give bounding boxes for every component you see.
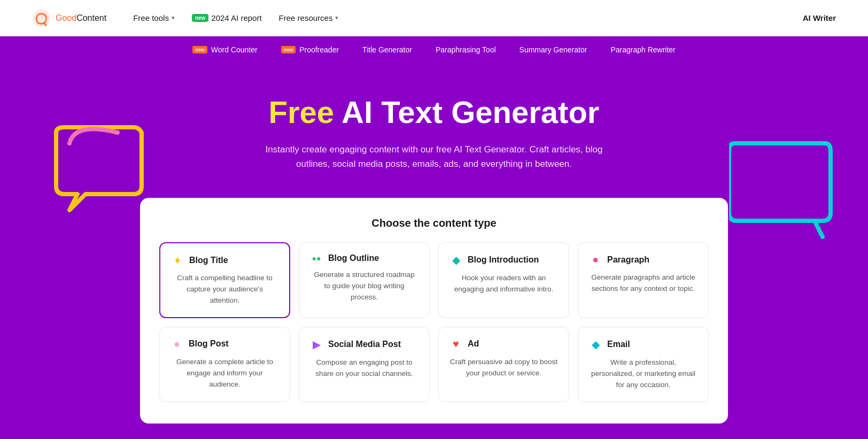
hero-subtitle: Instantly create engaging content with o… <box>252 142 616 171</box>
blog-title-icon: ♦ <box>171 254 184 266</box>
nav-free-tools[interactable]: Free tools ▾ <box>133 13 175 22</box>
sub-nav-title-generator[interactable]: Title Generator <box>351 45 424 54</box>
card-header: ● Blog Post <box>170 338 279 350</box>
sub-nav-paragraph-rewriter[interactable]: Paragraph Rewriter <box>599 45 687 54</box>
new-badge: new <box>281 46 296 53</box>
card-blog-post[interactable]: ● Blog Post Generate a complete article … <box>159 327 290 402</box>
card-header: ◆ Blog Introduction <box>449 253 558 266</box>
card-blog-outline[interactable]: ●● Blog Outline Generate a structured ro… <box>299 242 430 318</box>
logo-icon <box>32 9 51 28</box>
sub-nav-paraphrasing-tool[interactable]: Paraphrasing Tool <box>424 45 508 54</box>
new-badge: new <box>192 46 207 53</box>
cards-grid: ♦ Blog Title Craft a compelling headline… <box>159 242 709 402</box>
choose-title: Choose the content type <box>159 217 709 229</box>
main-header: GoodContent Free tools ▾ new 2024 AI rep… <box>0 0 868 36</box>
blog-outline-icon: ●● <box>310 254 323 263</box>
logo-text: GoodContent <box>56 13 106 23</box>
card-paragraph[interactable]: ● Paragraph Generate paragraphs and arti… <box>578 242 709 318</box>
card-header: ♥ Ad <box>449 338 558 350</box>
chevron-down-icon: ▾ <box>172 14 175 21</box>
logo[interactable]: GoodContent <box>32 9 106 28</box>
nav-ai-writer[interactable]: AI Writer <box>803 13 836 22</box>
blog-post-icon: ● <box>170 338 183 350</box>
sub-nav-summary-generator[interactable]: Summary Generator <box>508 45 599 54</box>
hero-section: Free AI Text Generator Instantly create … <box>0 63 868 439</box>
card-blog-introduction[interactable]: ◆ Blog Introduction Hook your readers wi… <box>438 242 569 318</box>
card-header: ♦ Blog Title <box>171 254 278 266</box>
card-blog-title[interactable]: ♦ Blog Title Craft a compelling headline… <box>159 242 290 318</box>
chevron-down-icon: ▾ <box>335 14 338 21</box>
card-header: ●● Blog Outline <box>310 253 418 263</box>
card-social-media-post[interactable]: ▶ Social Media Post Compose an engaging … <box>299 327 430 402</box>
sub-nav-proofreader[interactable]: new Proofreader <box>269 45 351 54</box>
bubble-left-decoration <box>53 117 150 224</box>
card-header: ● Paragraph <box>589 253 698 266</box>
card-ad[interactable]: ♥ Ad Craft persuasive ad copy to boost y… <box>438 327 569 402</box>
card-email[interactable]: ◆ Email Write a professional, personaliz… <box>578 327 709 402</box>
nav-free-resources[interactable]: Free resources ▾ <box>279 13 339 22</box>
paragraph-icon: ● <box>589 253 602 266</box>
cards-section: Choose the content type ♦ Blog Title Cra… <box>140 198 728 423</box>
bubble-right-decoration <box>729 133 836 250</box>
main-nav: Free tools ▾ new 2024 AI report Free res… <box>133 13 836 22</box>
email-icon: ◆ <box>589 338 602 351</box>
nav-ai-report[interactable]: new 2024 AI report <box>192 13 262 22</box>
blog-intro-icon: ◆ <box>449 253 462 266</box>
ad-icon: ♥ <box>449 338 462 350</box>
sub-nav: new Word Counter new Proofreader Title G… <box>0 36 868 63</box>
card-header: ◆ Email <box>589 338 698 351</box>
social-media-icon: ▶ <box>310 338 323 351</box>
card-header: ▶ Social Media Post <box>310 338 418 351</box>
sub-nav-word-counter[interactable]: new Word Counter <box>181 45 269 54</box>
new-badge: new <box>192 14 208 22</box>
